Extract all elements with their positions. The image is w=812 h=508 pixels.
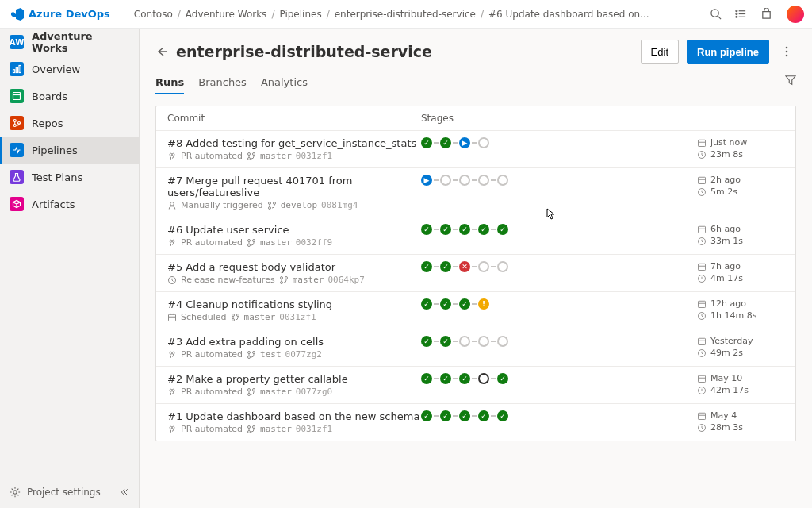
breadcrumb-item[interactable]: Contoso [134, 9, 173, 20]
breadcrumb-item[interactable]: #6 Update dashboard based on... [488, 9, 649, 20]
edit-button[interactable]: Edit [641, 40, 679, 64]
svg-point-70 [253, 425, 255, 428]
svg-point-41 [280, 281, 282, 283]
stages: ✓✓⊘ [421, 336, 697, 347]
nav-icon [10, 89, 24, 103]
run-row[interactable]: #4 Cleanup notifications styling Schedul… [156, 291, 795, 329]
page-title: enterprise-distributed-service [176, 43, 633, 60]
collapse-icon[interactable] [120, 487, 129, 497]
stages: ✓✓✓✓✓ [421, 410, 697, 421]
user-avatar[interactable] [787, 6, 804, 23]
svg-point-50 [232, 314, 234, 316]
run-row[interactable]: #2 Make a property getter callable PR au… [156, 366, 795, 403]
sidebar-project[interactable]: AW Adventure Works [0, 29, 139, 56]
sidebar-item-artifacts[interactable]: Artifacts [0, 190, 139, 217]
stages: ▶ [421, 175, 697, 186]
run-title: #2 Make a property getter callable [167, 373, 421, 385]
stage-success-icon: ✓ [440, 261, 451, 272]
svg-point-18 [786, 51, 788, 53]
shopping-icon[interactable] [756, 5, 776, 24]
sidebar-item-test-plans[interactable]: Test Plans [0, 164, 139, 190]
svg-rect-36 [699, 226, 706, 233]
run-row[interactable]: #1 Update dashboard based on the new sch… [156, 403, 795, 441]
gear-icon [10, 487, 21, 498]
sidebar-item-overview[interactable]: Overview [0, 56, 139, 83]
run-title: #4 Cleanup notifications styling [167, 298, 421, 310]
search-icon[interactable] [706, 5, 725, 24]
run-meta: Scheduled master 0031zf1 [167, 312, 421, 322]
branch-icon [247, 238, 256, 248]
tab-analytics[interactable]: Analytics [261, 71, 308, 94]
tab-runs[interactable]: Runs [155, 71, 184, 94]
breadcrumb-item[interactable]: Pipelines [279, 9, 321, 20]
stage-skipped-icon: ⊘ [478, 261, 489, 272]
stage-success-icon: ✓ [497, 410, 508, 421]
calendar-icon [697, 138, 707, 148]
clock-icon [697, 187, 707, 197]
run-when: May 4 [710, 410, 737, 421]
clock-icon [697, 311, 707, 321]
run-duration: 5m 2s [710, 187, 737, 197]
clock-icon [697, 274, 707, 283]
stage-success-icon: ✓ [478, 224, 489, 235]
tab-branches[interactable]: Branches [198, 71, 247, 94]
runs-table: Commit Stages #8 Added testing for get_s… [155, 106, 796, 441]
run-row[interactable]: #5 Add a request body validator Release … [156, 254, 795, 291]
brand-logo[interactable]: Azure DevOps [11, 8, 110, 21]
svg-point-69 [248, 430, 251, 433]
run-meta: Release new-features master 0064kp7 [167, 275, 421, 285]
breadcrumb-item[interactable]: Adventure Works [186, 9, 267, 20]
run-row[interactable]: #3 Add extra padding on cells PR automat… [156, 329, 795, 366]
run-when: just now [710, 137, 747, 148]
svg-point-26 [170, 202, 174, 206]
svg-point-68 [248, 425, 251, 428]
breadcrumb-item[interactable]: enterprise-distributed-service [335, 9, 476, 20]
stages: ✓✓✕⊘ [421, 261, 697, 272]
main-content: enterprise-distributed-service Edit Run … [140, 29, 812, 508]
calendar-icon [697, 262, 707, 271]
trigger-icon [167, 350, 177, 360]
run-row[interactable]: #7 Merge pull request 401701 from users/… [156, 167, 795, 217]
run-row[interactable]: #6 Update user service PR automated mast… [156, 217, 795, 254]
column-stages: Stages [421, 113, 697, 124]
svg-point-0 [710, 10, 718, 17]
sidebar-item-pipelines[interactable]: Pipelines [0, 137, 139, 164]
svg-point-28 [268, 206, 270, 209]
sidebar-item-boards[interactable]: Boards [0, 83, 139, 110]
list-icon[interactable] [731, 5, 750, 24]
calendar-icon [697, 337, 707, 346]
stage-pending-icon [459, 175, 470, 186]
run-when: 12h ago [710, 298, 746, 309]
run-row[interactable]: #8 Added testing for get_service_instanc… [156, 130, 795, 167]
trigger-icon [167, 152, 177, 161]
filter-icon[interactable] [785, 75, 796, 86]
svg-rect-59 [699, 338, 706, 344]
more-actions-icon[interactable] [777, 40, 796, 64]
svg-point-62 [248, 388, 251, 391]
stage-success-icon: ✓ [478, 410, 489, 421]
back-arrow-icon[interactable] [155, 45, 168, 58]
svg-point-34 [248, 244, 251, 246]
calendar-icon [697, 374, 707, 383]
nav-icon [10, 116, 24, 130]
sidebar-item-repos[interactable]: Repos [0, 110, 139, 137]
stage-arrow-icon: › [478, 373, 489, 384]
calendar-icon [697, 411, 707, 421]
sidebar: AW Adventure Works OverviewBoardsReposPi… [0, 29, 140, 508]
run-when: May 10 [710, 373, 742, 383]
stage-success-icon: ✓ [459, 410, 470, 421]
tabs: RunsBranchesAnalytics [155, 71, 796, 94]
svg-point-6 [735, 13, 737, 15]
run-meta: PR automated master 0032ff9 [167, 237, 421, 248]
svg-rect-10 [19, 66, 21, 73]
svg-point-57 [248, 356, 251, 358]
run-title: #3 Add extra padding on cells [167, 336, 421, 348]
svg-rect-9 [16, 67, 17, 73]
clock-icon [697, 386, 707, 395]
run-pipeline-button[interactable]: Run pipeline [687, 40, 769, 64]
project-settings-link[interactable]: Project settings [0, 476, 139, 508]
stage-success-icon: ✓ [440, 224, 451, 235]
branch-icon [231, 313, 240, 322]
svg-point-14 [13, 125, 16, 127]
stage-success-icon: ✓ [421, 224, 432, 235]
